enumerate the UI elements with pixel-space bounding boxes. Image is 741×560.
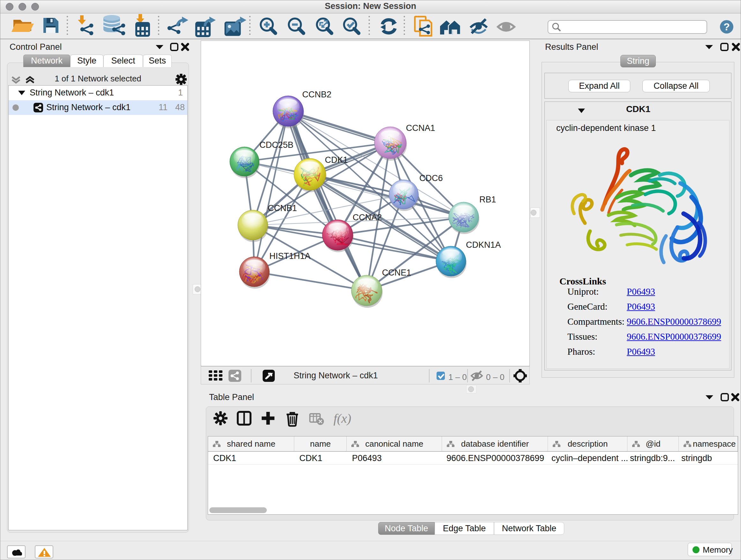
svg-text:CCNB2: CCNB2 bbox=[302, 90, 332, 99]
svg-text:CDC25B: CDC25B bbox=[259, 140, 293, 150]
svg-text:?: ? bbox=[724, 21, 730, 33]
svg-text:f(x): f(x) bbox=[333, 411, 351, 426]
svg-text:CCNA1: CCNA1 bbox=[406, 123, 435, 133]
svg-text:HIST1H1A: HIST1H1A bbox=[269, 251, 311, 261]
svg-text:CCNE1: CCNE1 bbox=[382, 268, 411, 277]
svg-text:CCNA2: CCNA2 bbox=[353, 212, 382, 222]
svg-text:RB1: RB1 bbox=[479, 195, 496, 204]
svg-text:CDK1: CDK1 bbox=[325, 155, 348, 165]
svg-text:CCNB1: CCNB1 bbox=[268, 203, 297, 213]
svg-text:CDKN1A: CDKN1A bbox=[466, 240, 501, 250]
svg-text:CDC6: CDC6 bbox=[419, 173, 443, 183]
